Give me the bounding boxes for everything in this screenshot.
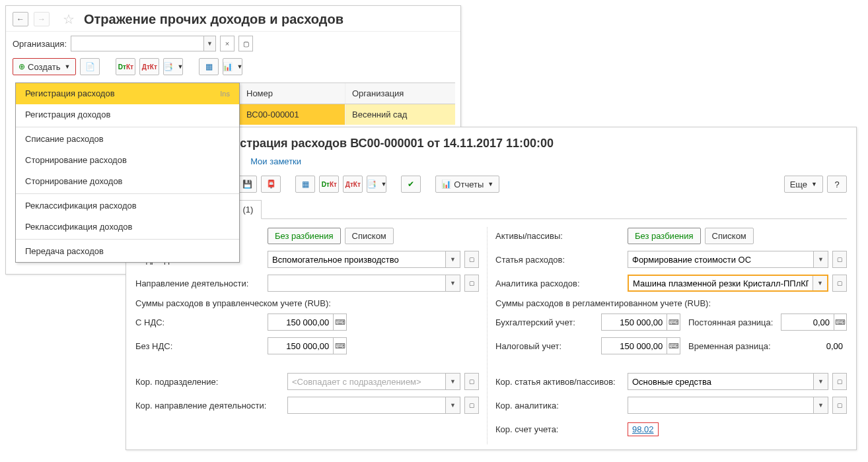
menu-item-writeoff[interactable]: Списание расходов — [16, 129, 239, 150]
create-button[interactable]: ⊕ Создать ▼ — [13, 58, 76, 75]
cor-asset-item-label: Кор. статья активов/пассивов: — [495, 377, 628, 387]
org-select[interactable]: ▼ — [71, 36, 216, 51]
accounting-input[interactable] — [602, 314, 667, 330]
calculator-icon[interactable]: ⌨ — [333, 314, 346, 330]
org-dropdown-button[interactable]: ▼ — [203, 36, 215, 51]
direction-input[interactable] — [268, 275, 445, 291]
subtab-notes[interactable]: Мои заметки — [250, 156, 301, 166]
more-button[interactable]: Еще▼ — [784, 176, 823, 193]
org-input[interactable] — [71, 39, 203, 49]
open-button[interactable]: ▢ — [832, 397, 847, 414]
menu-item-reverse-exp[interactable]: Сторнирование расходов — [16, 150, 239, 171]
caret-down-icon: ▼ — [64, 63, 70, 70]
department-input[interactable] — [268, 251, 445, 267]
tax-input[interactable] — [602, 338, 667, 354]
structure-button[interactable]: ▦ — [295, 176, 315, 193]
grid-row[interactable]: ВС00-000001 Весенний сад — [240, 104, 455, 125]
with-vat-input[interactable] — [268, 314, 333, 330]
open-button[interactable]: ▢ — [464, 397, 479, 414]
dropdown-button[interactable]: ▼ — [445, 374, 460, 389]
without-vat-input[interactable] — [268, 338, 333, 354]
help-button[interactable]: ? — [827, 176, 847, 193]
favorite-star-icon[interactable]: ☆ — [63, 11, 75, 27]
menu-item-reclass-inc[interactable]: Реклассификация доходов — [16, 216, 239, 238]
expense-item-select[interactable]: ▼ — [628, 251, 828, 268]
shortcut-label: Ins — [220, 90, 230, 98]
dropdown-button[interactable]: ▼ — [445, 275, 460, 291]
based-on-button[interactable]: 📑▼ — [163, 58, 183, 75]
col-number[interactable]: Номер — [240, 83, 345, 104]
perm-diff-input[interactable] — [781, 314, 834, 330]
open-button[interactable]: ▢ — [464, 275, 479, 292]
with-vat-input-box[interactable]: ⌨ — [268, 314, 347, 331]
org-open-button[interactable]: ▢ — [238, 36, 253, 51]
dtkt-red-button[interactable]: ДтКт — [139, 58, 159, 75]
open-button[interactable]: ▢ — [832, 373, 847, 390]
as-list-button[interactable]: Списком — [705, 228, 754, 244]
open-button[interactable]: ▢ — [464, 373, 479, 390]
cor-department-select[interactable]: ▼ — [287, 373, 460, 390]
calculator-icon[interactable]: ⌨ — [667, 314, 680, 330]
cor-asset-item-select[interactable]: ▼ — [628, 373, 828, 390]
report-dropdown-button[interactable]: 📊▼ — [223, 58, 242, 75]
tax-input-box[interactable]: ⌨ — [601, 337, 680, 354]
dtkt-red-icon: ДтКт — [142, 63, 157, 71]
save-button[interactable]: 💾 — [237, 176, 257, 193]
calculator-icon[interactable]: ⌨ — [333, 338, 346, 354]
cell-org: Весенний сад — [345, 104, 455, 125]
list-view-button[interactable]: ▦ — [199, 58, 219, 75]
copy-icon: 📄 — [85, 62, 95, 71]
calculator-icon[interactable]: ⌨ — [834, 314, 846, 330]
dropdown-button[interactable]: ▼ — [445, 251, 460, 267]
nav-back-button[interactable]: ← — [13, 12, 28, 26]
dtkt-red-button[interactable]: ДтКт — [343, 176, 363, 193]
org-clear-button[interactable]: × — [220, 36, 235, 51]
cor-analytic-input[interactable] — [628, 397, 813, 413]
col-org[interactable]: Организация — [345, 83, 455, 104]
perm-diff-label: Постоянная разница: — [688, 317, 781, 327]
dropdown-button[interactable]: ▼ — [813, 374, 828, 389]
cor-direction-input[interactable] — [288, 397, 445, 413]
open-button[interactable]: ▢ — [832, 275, 847, 292]
based-on-button[interactable]: 📑▼ — [367, 176, 386, 193]
dropdown-button[interactable]: ▼ — [813, 251, 828, 267]
expense-analytic-input[interactable] — [629, 276, 813, 290]
menu-item-reg-expenses[interactable]: Регистрация расходов Ins — [16, 83, 239, 104]
open-button[interactable]: ▢ — [464, 251, 479, 268]
cor-analytic-label: Кор. аналитика: — [495, 401, 628, 411]
direction-select[interactable]: ▼ — [268, 275, 460, 292]
dropdown-button[interactable]: ▼ — [813, 276, 827, 290]
no-split-button[interactable]: Без разбиения — [628, 228, 701, 244]
cor-department-input[interactable] — [288, 374, 445, 389]
cor-analytic-select[interactable]: ▼ — [628, 397, 828, 414]
menu-item-reg-income[interactable]: Регистрация доходов — [16, 104, 239, 125]
calculator-icon[interactable]: ⌨ — [667, 338, 680, 354]
dropdown-button[interactable]: ▼ — [445, 397, 460, 413]
nav-forward-button[interactable]: → — [34, 12, 50, 26]
sums-reg-label: Суммы расходов в регламентированном учет… — [495, 298, 847, 308]
department-select[interactable]: ▼ — [268, 251, 460, 268]
menu-item-transfer-exp[interactable]: Передача расходов — [16, 241, 239, 262]
cor-asset-item-input[interactable] — [628, 374, 813, 389]
expense-item-input[interactable] — [628, 251, 813, 267]
approve-button[interactable]: ✔ — [401, 176, 421, 193]
reports-button[interactable]: 📊Отчеты▼ — [435, 176, 499, 193]
cor-account-link[interactable]: 98.02 — [628, 422, 659, 436]
accounting-input-box[interactable]: ⌨ — [601, 314, 680, 331]
create-based-on-icon: 📑 — [367, 180, 377, 189]
expense-analytic-select[interactable]: ▼ — [628, 275, 828, 292]
without-vat-input-box[interactable]: ⌨ — [268, 337, 347, 354]
menu-item-reverse-inc[interactable]: Сторнирование доходов — [16, 171, 239, 192]
dtkt-green-button[interactable]: DтКт — [319, 176, 339, 193]
dtkt-green-button[interactable]: DтКт — [116, 58, 135, 75]
menu-item-reclass-exp[interactable]: Реклассификация расходов — [16, 195, 239, 216]
no-split-button[interactable]: Без разбиения — [268, 228, 341, 244]
dropdown-button[interactable]: ▼ — [813, 397, 828, 413]
assets-label: Активы/пассивы: — [495, 231, 628, 241]
copy-button[interactable]: 📄 — [80, 58, 100, 75]
open-button[interactable]: ▢ — [832, 251, 847, 268]
perm-diff-input-box[interactable]: ⌨ — [781, 314, 847, 331]
cor-direction-select[interactable]: ▼ — [287, 397, 460, 414]
post-button[interactable]: 📮 — [261, 176, 281, 193]
as-list-button[interactable]: Списком — [345, 228, 394, 244]
